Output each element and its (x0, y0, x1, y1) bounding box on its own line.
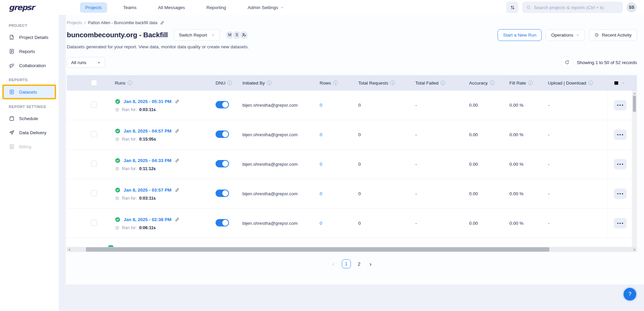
add-member-button[interactable] (239, 31, 248, 40)
select-all-checkbox[interactable] (91, 80, 97, 86)
link-icon[interactable] (175, 217, 180, 222)
table-row: Jan 8, 2025 - 03:57 PM Ran for: 0:03:11s… (67, 179, 637, 209)
run-date-link[interactable]: Jan 8, 2025 - 02:38 PM (124, 217, 172, 222)
operations-button[interactable]: Operations (546, 29, 585, 41)
dnu-toggle[interactable] (216, 131, 229, 138)
pagination-next[interactable]: › (368, 262, 374, 266)
pagination-prev[interactable]: ‹ (330, 262, 336, 266)
vertical-scroll-thumb[interactable] (633, 96, 636, 112)
chevron-down-icon (280, 6, 284, 9)
cell-dnu (210, 160, 236, 168)
dnu-toggle[interactable] (216, 160, 229, 167)
cell-rows[interactable]: 0 (314, 103, 352, 108)
cell-dnu (210, 219, 236, 227)
row-checkbox[interactable] (91, 220, 97, 226)
sidebar-item-reports[interactable]: Reports (0, 44, 59, 58)
pagination-page-1[interactable]: 1 (342, 259, 351, 268)
app-logo[interactable]: grepsr (9, 3, 59, 12)
nav-reporting[interactable]: Reporting (201, 2, 232, 13)
cell-total-failed: - (409, 103, 463, 108)
cell-dnu (210, 190, 236, 198)
help-button[interactable]: ? (624, 288, 636, 301)
search-box[interactable] (522, 2, 623, 13)
nav-teams[interactable]: Teams (118, 2, 142, 13)
link-icon[interactable] (175, 158, 180, 163)
info-icon[interactable]: i (267, 81, 272, 85)
run-date-link[interactable]: Jan 8, 2025 - 03:57 PM (124, 188, 172, 193)
cell-rows[interactable]: 0 (314, 132, 352, 137)
start-new-run-button[interactable]: Start a New Run (498, 29, 542, 41)
sort-button[interactable] (506, 2, 518, 13)
link-icon[interactable] (175, 99, 180, 104)
row-checkbox[interactable] (91, 161, 97, 167)
sidebar-item-data-delivery[interactable]: Data Delivery (0, 125, 59, 140)
row-checkbox[interactable] (91, 102, 97, 108)
info-icon[interactable]: i (588, 81, 593, 85)
link-icon[interactable] (175, 188, 180, 193)
scroll-right-arrow[interactable] (634, 248, 636, 251)
breadcrumb-current: Patton Allen - Buncombe backfill data (88, 20, 157, 25)
dnu-toggle[interactable] (216, 219, 229, 226)
sidebar-item-datasets[interactable]: Datasets (4, 86, 55, 98)
row-checkbox[interactable] (91, 131, 97, 137)
switch-report-button[interactable]: Switch Report (174, 29, 220, 41)
nav-admin-settings[interactable]: Admin Settings (242, 2, 289, 13)
cell-total-failed: - (409, 162, 463, 167)
dnu-toggle[interactable] (216, 101, 229, 108)
info-icon[interactable]: i (227, 81, 232, 85)
cell-rows[interactable]: 0 (314, 191, 352, 196)
header-cell-fill-rate: Fill Rate i (503, 81, 542, 86)
row-actions-button[interactable] (614, 159, 627, 169)
cell-rows[interactable]: 0 (314, 162, 352, 167)
scroll-left-arrow[interactable] (68, 248, 70, 251)
title-row: buncombecounty.org - Backfill Switch Rep… (67, 29, 644, 41)
sidebar-item-schedule[interactable]: Schedule (0, 111, 59, 125)
recent-activity-button[interactable]: Recent Activity (589, 29, 637, 41)
row-checkbox[interactable] (91, 190, 97, 196)
sidebar-item-project-details[interactable]: Project Details (0, 30, 59, 44)
user-avatar[interactable]: SS (627, 2, 637, 12)
row-actions-button[interactable] (614, 100, 627, 110)
breadcrumb-root[interactable]: Projects (67, 20, 82, 25)
search-input[interactable] (534, 5, 619, 10)
scroll-up-arrow[interactable] (633, 92, 636, 94)
clock-icon (115, 225, 120, 230)
nav-all-messages[interactable]: All Messages (153, 2, 190, 13)
breadcrumb-separator: / (84, 20, 85, 25)
cell-upload-download: - (542, 191, 607, 196)
row-actions-button[interactable] (614, 218, 627, 228)
run-date-link[interactable]: Jan 8, 2025 - 04:33 PM (124, 158, 172, 163)
runs-filter-select[interactable]: All runs (67, 57, 105, 68)
column-label: Initiated By (242, 81, 265, 86)
sidebar-item-billing: Billing (0, 140, 59, 154)
cell-total-requests: 0 (352, 132, 409, 137)
info-icon[interactable]: i (490, 81, 495, 85)
row-actions-button[interactable] (614, 189, 627, 199)
sidebar-item-collaboration[interactable]: Collaboration (0, 58, 59, 72)
refresh-button[interactable] (562, 57, 572, 68)
info-icon[interactable]: i (528, 81, 533, 85)
horizontal-scrollbar[interactable] (67, 247, 637, 252)
success-icon (115, 99, 121, 104)
copy-link-icon[interactable] (160, 20, 165, 25)
row-actions-button[interactable] (614, 129, 627, 140)
vertical-scrollbar[interactable] (632, 91, 637, 247)
header-cell-rows: Rows i (314, 81, 352, 86)
info-icon[interactable]: i (390, 81, 395, 85)
info-icon[interactable]: i (128, 81, 132, 85)
cell-total-failed: - (409, 191, 463, 196)
info-icon[interactable]: i (441, 81, 445, 85)
column-settings-button[interactable] (607, 80, 637, 86)
cell-rows[interactable]: 0 (314, 221, 352, 226)
clock-icon (115, 196, 120, 201)
info-icon[interactable]: i (333, 81, 338, 85)
run-date-link[interactable]: Jan 8, 2025 - 05:31 PM (124, 99, 172, 104)
nav-projects[interactable]: Projects (80, 2, 107, 13)
table-header: Runs i DNU i Initiated By i Rows i Total… (67, 75, 637, 91)
link-icon[interactable] (175, 128, 180, 134)
run-date-link[interactable]: Jan 8, 2025 - 04:57 PM (124, 128, 172, 134)
pagination-page-2[interactable]: 2 (356, 261, 362, 267)
header-cell-accuracy: Accuracy i (463, 81, 503, 86)
horizontal-scroll-thumb[interactable] (86, 247, 549, 252)
dnu-toggle[interactable] (216, 190, 229, 197)
